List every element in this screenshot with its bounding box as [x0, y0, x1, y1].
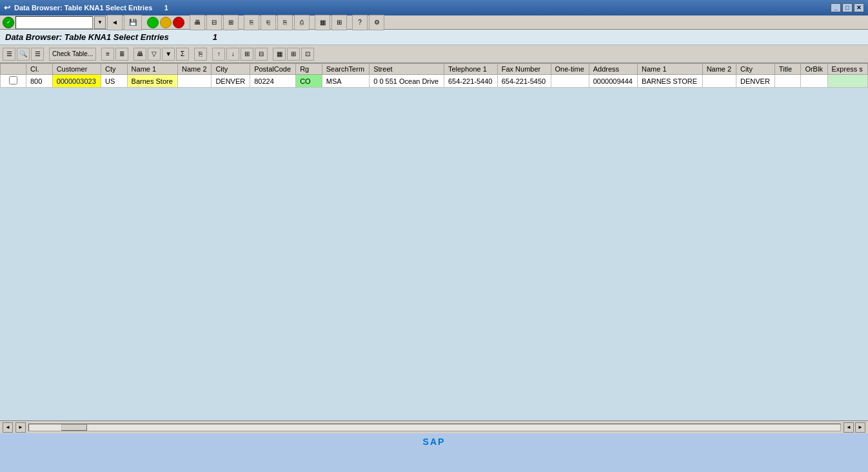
scroll-right-button[interactable]: ►: [15, 422, 26, 433]
select-all-button[interactable]: ☰: [3, 48, 15, 61]
deselect-button[interactable]: 🔍: [17, 48, 30, 61]
scroll-thumb[interactable]: [61, 424, 87, 431]
col-name2b[interactable]: Name 2: [702, 64, 736, 75]
table-body: 8000000003023USBarnes StoreDENVER80224CO…: [1, 75, 868, 88]
cell-cl[interactable]: 800: [26, 75, 53, 88]
col-title[interactable]: Title: [774, 64, 801, 75]
clipboard2-button[interactable]: ⎗: [261, 15, 276, 30]
col-customer[interactable]: Customer: [52, 64, 101, 75]
col-name1b[interactable]: Name 1: [638, 64, 703, 75]
cell-express[interactable]: [827, 75, 867, 88]
col-checkbox: [1, 64, 26, 75]
cell-faxnumber[interactable]: 654-221-5450: [497, 75, 551, 88]
bookmark-button[interactable]: ⊟: [206, 15, 222, 30]
minimize-button[interactable]: _: [831, 3, 841, 12]
col-orblk[interactable]: OrBlk: [801, 64, 827, 75]
nav-forward-button[interactable]: 💾: [124, 15, 142, 30]
freeze-button[interactable]: ⊡: [301, 48, 314, 61]
detail-view-button[interactable]: ≣: [115, 48, 128, 61]
bottom-scrollbar[interactable]: ◄ ► ◄ ►: [0, 420, 868, 433]
col-cl[interactable]: Cl.: [26, 64, 53, 75]
cell-city[interactable]: DENVER: [212, 75, 250, 88]
clipboard3-button[interactable]: ⎘: [277, 15, 293, 30]
bookmark2-button[interactable]: ⊞: [223, 15, 239, 30]
cell-name1b[interactable]: BARNES STORE: [638, 75, 703, 88]
col-cty[interactable]: Cty: [101, 64, 127, 75]
col-button[interactable]: ⊞: [287, 48, 300, 61]
col-faxnumber[interactable]: Fax Number: [497, 64, 551, 75]
cell-cityb[interactable]: DENVER: [736, 75, 774, 88]
title-bar: ↩ Data Browser: Table KNA1 Select Entrie…: [0, 0, 868, 15]
table-row[interactable]: 8000000003023USBarnes StoreDENVER80224CO…: [1, 75, 868, 88]
cell-name2[interactable]: [178, 75, 212, 88]
clipboard1-button[interactable]: ⎘: [244, 15, 259, 30]
command-input[interactable]: [15, 16, 93, 29]
col-telephone1[interactable]: Telephone 1: [444, 64, 497, 75]
cell-customer[interactable]: 0000003023: [52, 75, 101, 88]
print2-button[interactable]: 🖶: [133, 48, 146, 61]
col-express[interactable]: Express s: [827, 64, 867, 75]
grid2-button[interactable]: ⊞: [331, 15, 347, 30]
export-button[interactable]: ⊞: [241, 48, 253, 61]
check-table-button[interactable]: Check Table...: [49, 48, 96, 61]
table-container[interactable]: Cl. Customer Cty Name 1 Name 2 City Post…: [0, 63, 868, 420]
sum-button[interactable]: Σ: [176, 48, 189, 61]
print-button[interactable]: 🖶: [190, 15, 205, 30]
cell-orblk[interactable]: [801, 75, 827, 88]
cell-searchterm[interactable]: MSA: [322, 75, 369, 88]
cell-name1[interactable]: Barnes Store: [127, 75, 177, 88]
execute-green-button[interactable]: [147, 17, 159, 28]
cell-cty[interactable]: US: [101, 75, 127, 88]
col-rg[interactable]: Rg: [296, 64, 322, 75]
maximize-button[interactable]: □: [842, 3, 853, 12]
execute-yellow-button[interactable]: [160, 17, 172, 28]
config-button[interactable]: ⚙: [369, 15, 384, 30]
copy-button[interactable]: ⎘: [194, 48, 207, 61]
cell-onetime[interactable]: [551, 75, 589, 88]
data-table: Cl. Customer Cty Name 1 Name 2 City Post…: [0, 63, 868, 88]
action-buttons: [147, 17, 184, 28]
scroll-left-button[interactable]: ◄: [3, 422, 13, 433]
cell-telephone1[interactable]: 654-221-5440: [444, 75, 497, 88]
list-view-button[interactable]: ≡: [101, 48, 114, 61]
col-city[interactable]: City: [212, 64, 250, 75]
col-street[interactable]: Street: [370, 64, 444, 75]
command-dropdown[interactable]: ▼: [94, 16, 106, 29]
scroll-track[interactable]: [28, 424, 841, 431]
sap-status-icon[interactable]: ✓: [3, 17, 14, 28]
grid-view-button[interactable]: ▦: [273, 48, 286, 61]
upload-button[interactable]: ↑: [212, 48, 225, 61]
stop-button[interactable]: [173, 17, 184, 28]
page-down-button[interactable]: ►: [855, 422, 865, 433]
app-icon: ↩: [4, 3, 10, 12]
col-address[interactable]: Address: [589, 64, 637, 75]
help-button[interactable]: ?: [352, 15, 368, 30]
cell-address[interactable]: 0000009444: [589, 75, 637, 88]
col-postalcode[interactable]: PostalCode: [250, 64, 296, 75]
cell-postalcode[interactable]: 80224: [250, 75, 296, 88]
cell-rg[interactable]: CO: [296, 75, 322, 88]
section-title: Data Browser: Table KNA1 Select Entries: [5, 32, 169, 42]
col-name1[interactable]: Name 1: [127, 64, 177, 75]
filter-button[interactable]: ▽: [148, 48, 161, 61]
layout-button[interactable]: ⊟: [255, 48, 268, 61]
cell-title[interactable]: [774, 75, 801, 88]
col-cityb[interactable]: City: [736, 64, 774, 75]
grid1-button[interactable]: ▦: [315, 15, 330, 30]
clipboard4-button[interactable]: ⎙: [294, 15, 310, 30]
cell-name2b[interactable]: [702, 75, 736, 88]
nav-back-button[interactable]: ◄: [107, 15, 123, 30]
col-searchterm[interactable]: SearchTerm: [322, 64, 369, 75]
col-onetime[interactable]: One-time: [551, 64, 589, 75]
close-button[interactable]: ✕: [854, 3, 864, 12]
row-checkbox[interactable]: [9, 76, 17, 84]
details-button[interactable]: ☰: [31, 48, 44, 61]
cell-street[interactable]: 0 0 551 Ocean Drive: [370, 75, 444, 88]
import-button[interactable]: ↓: [226, 48, 239, 61]
menu-bar: ✓ ▼ ◄ 💾 🖶 ⊟ ⊞ ⎘ ⎗ ⎘ ⎙ ▦ ⊞ ? ⚙: [0, 15, 868, 30]
toolbar2: ☰ 🔍 ☰ Check Table... ≡ ≣ 🖶 ▽ ▼ Σ ⎘ ↑ ↓ ⊞…: [0, 45, 868, 63]
page-up-button[interactable]: ◄: [843, 422, 854, 433]
filter2-button[interactable]: ▼: [162, 48, 175, 61]
title-bar-text: Data Browser: Table KNA1 Select Entries …: [14, 4, 168, 12]
col-name2[interactable]: Name 2: [178, 64, 212, 75]
